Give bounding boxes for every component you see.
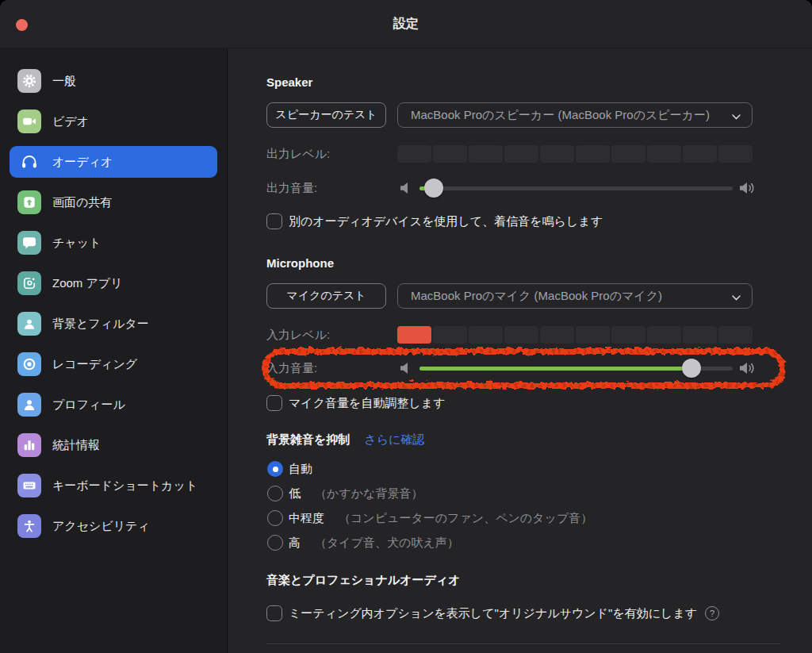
input-volume-thumb[interactable] (682, 359, 701, 378)
audio-settings-panel: Speaker スピーカーのテスト MacBook Proのスピーカー (Mac… (228, 48, 812, 653)
title-bar: 設定 (0, 0, 812, 48)
sidebar-item-label: ビデオ (52, 114, 89, 129)
sidebar-item-label: キーボードショートカット (52, 478, 197, 494)
volume-high-icon (739, 182, 756, 198)
headphones-icon (17, 150, 41, 174)
output-volume-label: 出力音量: (266, 180, 317, 196)
noise-auto-radio[interactable] (267, 461, 283, 477)
noise-high-label[interactable]: 高 （タイプ音、犬の吠え声） (289, 535, 459, 551)
background-filter-icon (17, 312, 41, 336)
sidebar-item-label: アクセシビリティ (52, 519, 150, 534)
keyboard-icon (17, 474, 41, 497)
sidebar-item-label: 統計情報 (52, 438, 100, 453)
output-volume-slider[interactable] (419, 179, 733, 198)
sidebar-item-accessibility[interactable]: アクセシビリティ (10, 510, 217, 542)
sidebar-item-label: チャット (52, 236, 101, 251)
noise-low-radio[interactable] (267, 486, 283, 501)
auto-adjust-mic-checkbox[interactable] (266, 395, 282, 411)
sidebar-item-audio[interactable]: オーディオ (10, 146, 217, 178)
auto-adjust-mic-label: マイク音量を自動調整します (289, 395, 445, 411)
volume-low-icon (400, 362, 411, 378)
output-level-meter (397, 145, 753, 163)
mic-device-value: MacBook Proのマイク (MacBook Proのマイク) (411, 289, 732, 304)
section-divider (266, 643, 780, 644)
noise-medium-label[interactable]: 中程度 （コンピューターのファン、ペンのタップ音） (289, 510, 592, 526)
sidebar-item-label: 一般 (52, 74, 76, 89)
settings-sidebar: 一般 ビデオ オーディオ 画面の共有 (0, 48, 228, 653)
noise-suppression-title: 背景雑音を抑制 (266, 432, 350, 447)
original-sound-label: ミーティング内オプションを表示して"オリジナルサウンド"を有効にします (289, 605, 697, 621)
ringtone-other-device-label: 別のオーディオデバイスを使用して、着信音を鳴らします (289, 213, 603, 229)
accessibility-icon (17, 514, 41, 538)
sidebar-item-background-filters[interactable]: 背景とフィルター (10, 308, 217, 340)
sidebar-item-label: オーディオ (52, 155, 113, 170)
mic-device-dropdown[interactable]: MacBook Proのマイク (MacBook Proのマイク) (397, 283, 753, 309)
original-sound-checkbox[interactable] (266, 605, 282, 621)
noise-auto-label[interactable]: 自動 (289, 461, 312, 477)
noise-medium-radio[interactable] (267, 510, 283, 526)
screen-share-icon (17, 190, 41, 214)
input-volume-label: 入力音量: (266, 360, 317, 376)
microphone-section-title: Microphone (266, 255, 334, 271)
music-audio-title: 音楽とプロフェショナルオーディオ (266, 572, 461, 588)
apps-icon (17, 271, 41, 295)
settings-window: 設定 一般 ビデオ オーディオ (0, 0, 812, 653)
sidebar-item-label: 画面の共有 (52, 195, 112, 210)
sidebar-item-video[interactable]: ビデオ (10, 106, 217, 137)
help-icon[interactable]: ? (705, 606, 719, 620)
speaker-section-title: Speaker (266, 75, 312, 90)
record-icon (17, 352, 41, 376)
volume-low-icon (400, 182, 411, 198)
video-camera-icon (17, 109, 41, 133)
sidebar-item-label: レコーディング (52, 357, 137, 372)
chevron-down-icon (732, 290, 741, 303)
input-level-meter (397, 326, 753, 344)
sidebar-item-keyboard-shortcuts[interactable]: キーボードショートカット (10, 470, 217, 501)
sidebar-item-label: 背景とフィルター (52, 317, 149, 332)
sidebar-item-profile[interactable]: プロフィール (10, 389, 217, 421)
test-speaker-button[interactable]: スピーカーのテスト (266, 102, 386, 128)
ringtone-other-device-checkbox[interactable] (266, 213, 282, 229)
profile-icon (17, 393, 41, 417)
input-volume-fill (419, 367, 691, 371)
stats-bars-icon (17, 433, 41, 457)
chat-bubble-icon (17, 231, 41, 255)
window-title: 設定 (393, 16, 419, 33)
input-volume-slider[interactable] (419, 359, 733, 378)
gear-icon (17, 69, 41, 93)
speaker-device-dropdown[interactable]: MacBook Proのスピーカー (MacBook Proのスピーカー) (397, 102, 753, 128)
close-window-button[interactable] (16, 19, 28, 31)
volume-high-icon (739, 362, 756, 378)
noise-low-label[interactable]: 低 （かすかな背景音） (289, 486, 423, 501)
output-volume-thumb[interactable] (424, 179, 443, 198)
learn-more-link[interactable]: さらに確認 (364, 432, 424, 447)
sidebar-item-label: プロフィール (52, 398, 125, 413)
output-level-label: 出力レベル: (266, 146, 330, 162)
sidebar-item-recording[interactable]: レコーディング (10, 348, 217, 380)
speaker-device-value: MacBook Proのスピーカー (MacBook Proのスピーカー) (411, 108, 732, 123)
test-mic-button[interactable]: マイクのテスト (266, 283, 386, 309)
noise-high-radio[interactable] (267, 535, 283, 551)
chevron-down-icon (732, 109, 741, 122)
input-level-label: 入力レベル: (266, 327, 330, 343)
sidebar-item-label: Zoom アプリ (52, 276, 123, 291)
sidebar-item-screen-share[interactable]: 画面の共有 (10, 186, 217, 218)
sidebar-item-statistics[interactable]: 統計情報 (10, 429, 217, 461)
sidebar-item-chat[interactable]: チャット (10, 227, 217, 259)
sidebar-item-zoom-apps[interactable]: Zoom アプリ (10, 267, 217, 299)
sidebar-item-general[interactable]: 一般 (10, 65, 217, 97)
